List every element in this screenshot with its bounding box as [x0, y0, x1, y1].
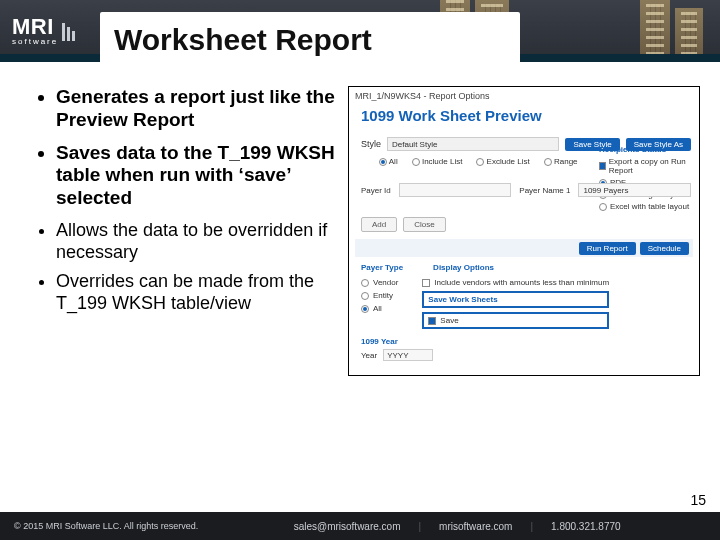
slide-body: Generates a report just like the Preview… — [0, 86, 720, 506]
year-row: Year YYYY — [361, 349, 433, 361]
save-label: Save — [440, 316, 458, 325]
title-card: Worksheet Report — [100, 12, 520, 68]
filter-radio-row: All Include List Exclude List Range — [379, 157, 599, 166]
year-label: Year — [361, 351, 377, 360]
style-label: Style — [361, 139, 381, 149]
run-report-button[interactable]: Run Report — [579, 242, 636, 255]
save-worksheets-highlight: Save Work Sheets — [422, 291, 609, 308]
logo-text: MRI — [12, 18, 58, 36]
footer-email: sales@mrisoftware.com — [294, 521, 401, 532]
schedule-button[interactable]: Schedule — [640, 242, 689, 255]
payer-id-input[interactable] — [399, 183, 512, 197]
copyright: © 2015 MRI Software LLC. All rights rese… — [14, 521, 198, 531]
page-number: 15 — [690, 492, 706, 508]
building-graphic — [640, 0, 670, 58]
payer-row: Payer Id Payer Name 1 1099 Payers — [361, 183, 691, 197]
bullet-list: Generates a report just like the Preview… — [36, 86, 336, 506]
radio-include[interactable] — [412, 158, 420, 166]
include-min-label: Include vendors with amounts less than m… — [434, 278, 609, 287]
save-ws-header: Save Work Sheets — [428, 295, 497, 304]
separator-icon: | — [418, 521, 421, 532]
radio-all-label: All — [389, 157, 398, 166]
radio-range-label: Range — [554, 157, 578, 166]
radio-vendor[interactable] — [361, 279, 369, 287]
save-checkbox-highlight: Save — [422, 312, 609, 329]
add-button[interactable]: Add — [361, 217, 397, 232]
slide-footer: © 2015 MRI Software LLC. All rights rese… — [0, 512, 720, 540]
payer-name-input[interactable]: 1099 Payers — [578, 183, 691, 197]
footer-site: mrisoftware.com — [439, 521, 512, 532]
slide-title: Worksheet Report — [114, 23, 372, 57]
year-header: 1099 Year — [361, 337, 398, 346]
payer-name-label: Payer Name 1 — [519, 186, 570, 195]
footer-phone: 1.800.321.8770 — [551, 521, 621, 532]
bullet-item: Generates a report just like the Preview… — [56, 86, 336, 132]
all-payer-label: All — [373, 304, 382, 313]
window-titlebar: MRI_1/N9WKS4 - Report Options — [355, 91, 490, 101]
radio-entity[interactable] — [361, 292, 369, 300]
vendor-label: Vendor — [373, 278, 398, 287]
panel-heading: 1099 Work Sheet Preview — [361, 107, 542, 124]
logo-bars-icon — [62, 23, 75, 41]
slide-header: MRI software Worksheet Report — [0, 0, 720, 70]
year-input[interactable]: YYYY — [383, 349, 433, 361]
save-checkbox[interactable] — [428, 317, 436, 325]
export-label: Export a copy on Run Report — [609, 157, 691, 175]
style-select[interactable]: Default Style — [387, 137, 559, 151]
radio-include-label: Include List — [422, 157, 462, 166]
export-checkbox[interactable] — [599, 162, 606, 170]
radio-exclude-label: Exclude List — [487, 157, 530, 166]
radio-excel-table[interactable] — [599, 203, 607, 211]
payer-type-header: Payer Type — [361, 263, 403, 272]
include-min-checkbox[interactable] — [422, 279, 430, 287]
payer-id-label: Payer Id — [361, 186, 391, 195]
recipients-header: Recipients Status — [599, 145, 691, 154]
lower-options: Payer Type Display Options Vendor Entity… — [361, 263, 691, 333]
bullet-item: Saves data to the T_199 WKSH table when … — [56, 142, 336, 210]
excel-table-label: Excel with table layout — [610, 202, 689, 211]
radio-all-payer[interactable] — [361, 305, 369, 313]
display-options-header: Display Options — [433, 263, 494, 272]
slide: MRI software Worksheet Report Generates … — [0, 0, 720, 540]
sub-bullet-item: Overrides can be made from the T_199 WKS… — [56, 271, 336, 314]
building-graphic — [675, 8, 703, 58]
list-buttons: Add Close — [361, 217, 446, 232]
close-button[interactable]: Close — [403, 217, 445, 232]
action-bar: Run Report Schedule — [355, 239, 693, 257]
radio-all[interactable] — [379, 158, 387, 166]
brand-logo: MRI software — [12, 18, 75, 46]
entity-label: Entity — [373, 291, 393, 300]
sub-bullet-item: Allows the data to be overridden if nece… — [56, 220, 336, 263]
radio-range[interactable] — [544, 158, 552, 166]
screenshot-panel: MRI_1/N9WKS4 - Report Options 1099 Work … — [348, 86, 700, 376]
radio-exclude[interactable] — [476, 158, 484, 166]
recipients-status: Recipients Status Export a copy on Run R… — [599, 145, 691, 214]
logo-tagline: software — [12, 37, 58, 46]
separator-icon: | — [530, 521, 533, 532]
